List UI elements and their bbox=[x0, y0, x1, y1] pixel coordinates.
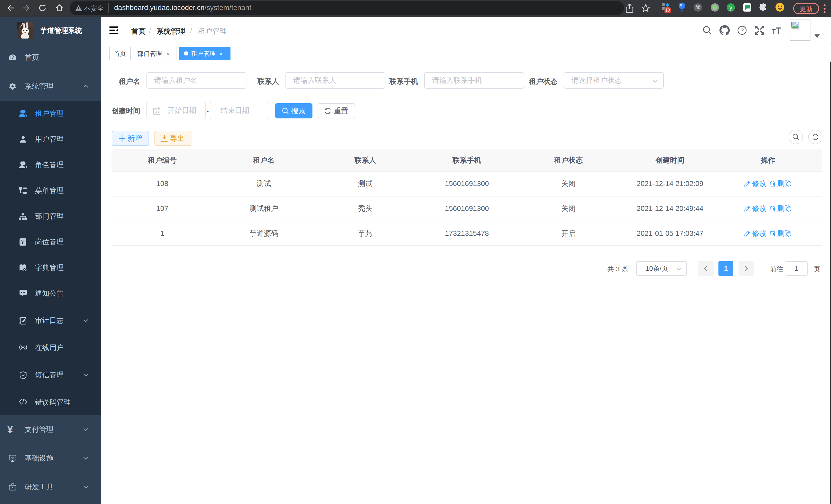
svg-text:T: T bbox=[772, 28, 776, 35]
svg-text:T: T bbox=[776, 26, 781, 35]
svg-text:y: y bbox=[729, 4, 732, 11]
svg-text:?: ? bbox=[741, 27, 744, 34]
svg-text:⌘: ⌘ bbox=[695, 5, 700, 10]
